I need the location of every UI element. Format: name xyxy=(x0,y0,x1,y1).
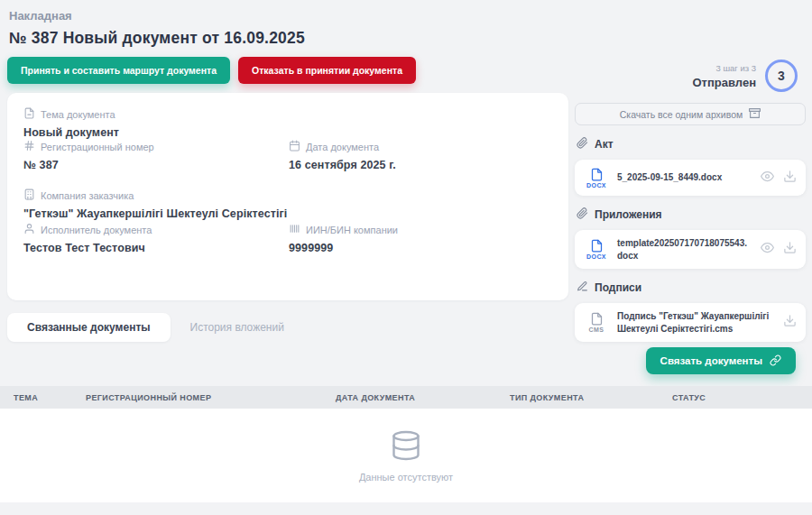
document-page: Накладная № 387 Новый документ от 16.09.… xyxy=(0,0,812,515)
download-all-label: Скачать все одним архивом xyxy=(620,109,743,120)
download-all-archive-button[interactable]: Скачать все одним архивом xyxy=(575,103,806,125)
field-value: 9999999 xyxy=(289,242,398,254)
document-progress: 3 шаг из 3 Отправлен 3 xyxy=(693,60,798,92)
field-value: 16 сентября 2025 г. xyxy=(289,159,396,171)
signature-icon xyxy=(577,280,588,295)
document-icon xyxy=(23,107,35,121)
field-value: Тестов Тест Тестович xyxy=(23,242,152,254)
document-type-label: Накладная xyxy=(9,9,305,23)
file-card-act[interactable]: DOCX 5_2025-09-15_8449.docx xyxy=(575,160,806,196)
related-documents-table-header: ТЕМА РЕГИСТРАЦИОННЫЙ НОМЕР ДАТА ДОКУМЕНТ… xyxy=(0,386,812,409)
paperclip-icon xyxy=(577,137,588,152)
download-icon[interactable] xyxy=(783,314,797,331)
file-card-signature[interactable]: CMS Подпись "Геткэш" Жауапкершілігі Шект… xyxy=(575,303,806,342)
tab-bar: Связанные документы История вложений xyxy=(7,313,304,342)
file-name: 5_2025-09-15_8449.docx xyxy=(617,171,752,184)
accept-document-button[interactable]: Принять и составить маршрут документа xyxy=(7,57,230,84)
field-label: Компания заказчика xyxy=(41,190,134,201)
tab-related-documents[interactable]: Связанные документы xyxy=(7,313,171,342)
empty-state-text: Данные отсутствуют xyxy=(359,472,453,483)
progress-ring: 3 xyxy=(765,60,798,92)
field-label: Дата документа xyxy=(306,142,379,152)
preview-eye-icon[interactable] xyxy=(761,241,774,258)
cms-file-icon: CMS xyxy=(584,312,609,333)
field-label: Тема документа xyxy=(41,109,115,120)
docx-file-icon: DOCX xyxy=(584,168,609,189)
database-icon xyxy=(359,429,453,462)
field-value: Новый документ xyxy=(23,126,119,139)
column-header-date: ДАТА ДОКУМЕНТА xyxy=(336,393,510,402)
column-header-theme: ТЕМА xyxy=(14,393,86,402)
barcode-icon xyxy=(289,223,300,236)
action-buttons: Принять и составить маршрут документа От… xyxy=(7,57,416,84)
progress-step-number: 3 xyxy=(778,69,785,83)
field-customer-company: Компания заказчика "Геткэш" Жауапкершілі… xyxy=(23,189,287,220)
docx-file-icon: DOCX xyxy=(584,239,609,260)
field-reg-number: Регистрационный номер № 387 xyxy=(23,140,154,171)
paperclip-icon xyxy=(577,207,588,222)
link-icon xyxy=(770,354,781,368)
related-documents-table-body: Данные отсутствуют xyxy=(0,409,812,502)
progress-step-label: 3 шаг из 3 xyxy=(693,63,757,73)
tab-attachment-history[interactable]: История вложений xyxy=(171,313,304,342)
page-title: № 387 Новый документ от 16.09.2025 xyxy=(9,29,305,48)
section-act: Акт xyxy=(577,137,806,152)
progress-text: 3 шаг из 3 Отправлен xyxy=(693,63,757,89)
building-icon xyxy=(23,189,35,202)
column-header-doc-type: ТИП ДОКУМЕНТА xyxy=(510,393,672,402)
file-type-label: DOCX xyxy=(586,253,606,260)
file-card-attachment[interactable]: DOCX template202507170718075543.docx xyxy=(575,230,806,269)
section-attachments: Приложения xyxy=(577,207,806,222)
reject-document-button[interactable]: Отказать в принятии документа xyxy=(238,57,416,84)
attachments-panel: Скачать все одним архивом Акт DOCX 5_202… xyxy=(575,103,806,342)
field-value: "Геткэш" Жауапкершілігі Шектеулі Серікте… xyxy=(23,207,287,220)
section-title: Акт xyxy=(595,138,614,151)
calendar-icon xyxy=(289,140,300,153)
empty-state: Данные отсутствуют xyxy=(359,429,453,483)
section-signatures: Подписи xyxy=(577,280,806,295)
field-theme: Тема документа Новый документ xyxy=(23,107,119,139)
page-header: Накладная № 387 Новый документ от 16.09.… xyxy=(9,9,305,48)
field-value: № 387 xyxy=(23,159,154,171)
status-badge: Отправлен xyxy=(693,76,757,89)
archive-icon xyxy=(749,107,761,121)
preview-eye-icon[interactable] xyxy=(761,170,774,187)
field-label: ИИН/БИН компании xyxy=(306,225,398,235)
field-date: Дата документа 16 сентября 2025 г. xyxy=(289,140,396,171)
column-header-status: СТАТУС xyxy=(672,393,812,402)
document-details-card: Тема документа Новый документ Регистраци… xyxy=(7,93,568,300)
download-icon[interactable] xyxy=(783,170,797,187)
section-title: Приложения xyxy=(595,208,662,221)
field-executor: Исполнитель документа Тестов Тест Тестов… xyxy=(23,223,152,254)
download-icon[interactable] xyxy=(783,241,797,258)
link-documents-button[interactable]: Связать документы xyxy=(646,347,796,374)
section-title: Подписи xyxy=(595,281,641,294)
field-iin-bin: ИИН/БИН компании 9999999 xyxy=(289,223,398,254)
column-header-reg-number: РЕГИСТРАЦИОННЫЙ НОМЕР xyxy=(86,393,336,402)
file-name: template202507170718075543.docx xyxy=(617,237,752,262)
file-type-label: CMS xyxy=(589,326,604,333)
link-documents-label: Связать документы xyxy=(660,355,762,366)
file-name: Подпись "Геткэш" Жауапкершілігі Шектеулі… xyxy=(617,310,775,335)
field-label: Исполнитель документа xyxy=(41,225,152,235)
number-icon xyxy=(23,140,35,153)
file-type-label: DOCX xyxy=(586,182,606,189)
field-label: Регистрационный номер xyxy=(41,142,154,152)
person-icon xyxy=(23,223,35,236)
